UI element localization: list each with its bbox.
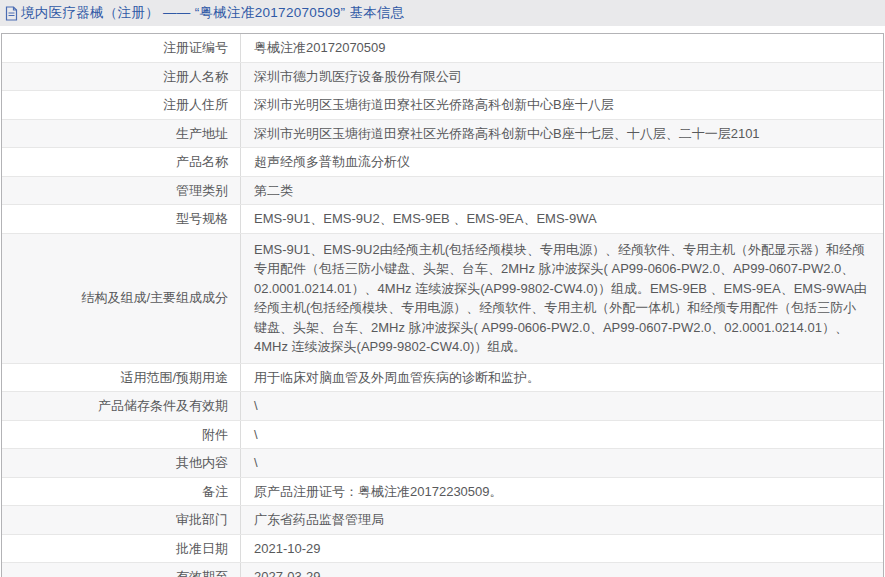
row-value: 深圳市德力凯医疗设备股份有限公司	[254, 67, 869, 87]
table-row-valid-until: 有效期至 2027-03-29	[2, 562, 883, 577]
row-value: 2027-03-29	[254, 567, 869, 577]
registration-detail-page: 境内医疗器械（注册） —— “粤械注准20172070509” 基本信息 注册证…	[0, 0, 885, 577]
row-value: 原产品注册证号：粤械注准20172230509。	[254, 482, 869, 502]
table-row-product-name: 产品名称 超声经颅多普勒血流分析仪	[2, 147, 883, 176]
row-value: EMS-9U1、EMS-9U2由经颅主机(包括经颅模块、专用电源）、经颅软件、专…	[254, 240, 869, 357]
document-icon	[5, 6, 19, 21]
table-row-production-address: 生产地址 深圳市光明区玉塘街道田寮社区光侨路高科创新中心B座十七层、十八层、二十…	[2, 119, 883, 148]
row-label: 有效期至	[2, 563, 241, 577]
row-value: 2021-10-29	[254, 539, 869, 559]
row-value: 超声经颅多普勒血流分析仪	[254, 152, 869, 172]
row-label: 结构及组成/主要组成成分	[2, 234, 241, 363]
table-row-management-category: 管理类别 第二类	[2, 176, 883, 205]
row-value: \	[254, 453, 869, 473]
table-row-structure-composition: 结构及组成/主要组成成分 EMS-9U1、EMS-9U2由经颅主机(包括经颅模块…	[2, 233, 883, 363]
row-label: 适用范围/预期用途	[2, 364, 241, 392]
table-row-approval-department: 审批部门 广东省药品监督管理局	[2, 505, 883, 534]
table-row-registrant-address: 注册人住所 深圳市光明区玉塘街道田寮社区光侨路高科创新中心B座十八层	[2, 90, 883, 119]
row-value: 深圳市光明区玉塘街道田寮社区光侨路高科创新中心B座十七层、十八层、二十一层210…	[254, 124, 869, 144]
row-label: 附件	[2, 421, 241, 449]
row-label: 注册人名称	[2, 63, 241, 91]
row-label: 备注	[2, 478, 241, 506]
row-value: 深圳市光明区玉塘街道田寮社区光侨路高科创新中心B座十八层	[254, 95, 869, 115]
page-title: 境内医疗器械（注册） —— “粤械注准20172070509” 基本信息	[21, 4, 405, 22]
table-row-cert-number: 注册证编号 粤械注准20172070509	[2, 34, 883, 62]
table-row-other-content: 其他内容 \	[2, 448, 883, 477]
row-value: EMS-9U1、EMS-9U2、EMS-9EB 、EMS-9EA、EMS-9WA	[254, 209, 869, 229]
row-value: \	[254, 425, 869, 445]
page-header: 境内医疗器械（注册） —— “粤械注准20172070509” 基本信息	[0, 0, 885, 26]
row-label: 型号规格	[2, 205, 241, 233]
registration-info-table: 注册证编号 粤械注准20172070509 注册人名称 深圳市德力凯医疗设备股份…	[1, 33, 884, 577]
row-label: 其他内容	[2, 449, 241, 477]
table-row-registrant-name: 注册人名称 深圳市德力凯医疗设备股份有限公司	[2, 62, 883, 91]
row-label: 产品储存条件及有效期	[2, 392, 241, 420]
row-label: 注册人住所	[2, 91, 241, 119]
row-value: \	[254, 396, 869, 416]
row-label: 生产地址	[2, 120, 241, 148]
table-row-remarks: 备注 原产品注册证号：粤械注准20172230509。	[2, 477, 883, 506]
table-row-approval-date: 批准日期 2021-10-29	[2, 534, 883, 563]
table-row-model-spec: 型号规格 EMS-9U1、EMS-9U2、EMS-9EB 、EMS-9EA、EM…	[2, 204, 883, 233]
row-label: 审批部门	[2, 506, 241, 534]
table-row-intended-use: 适用范围/预期用途 用于临床对脑血管及外周血管疾病的诊断和监护。	[2, 363, 883, 392]
row-value: 用于临床对脑血管及外周血管疾病的诊断和监护。	[254, 368, 869, 388]
table-row-attachment: 附件 \	[2, 420, 883, 449]
table-row-storage-validity: 产品储存条件及有效期 \	[2, 391, 883, 420]
row-label: 产品名称	[2, 148, 241, 176]
row-value: 粤械注准20172070509	[254, 38, 869, 58]
row-label: 批准日期	[2, 535, 241, 563]
row-value: 第二类	[254, 181, 869, 201]
row-label: 管理类别	[2, 177, 241, 205]
row-value: 广东省药品监督管理局	[254, 510, 869, 530]
row-label: 注册证编号	[2, 34, 241, 62]
